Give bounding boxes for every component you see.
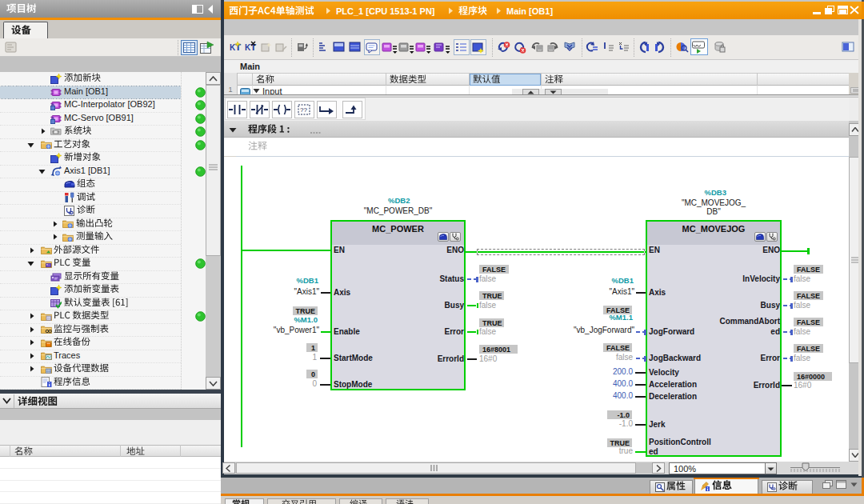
svg-text:??: ?? bbox=[300, 106, 307, 114]
